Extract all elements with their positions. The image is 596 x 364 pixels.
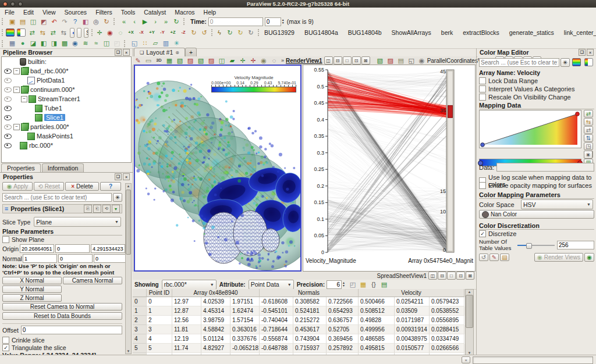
threshold-icon[interactable]: ◨ [49,38,59,48]
restore-defaults-icon[interactable]: ↺ [479,254,488,261]
visibility-eye-icon[interactable] [4,106,12,111]
color-array-combo[interactable]: ● Velocity▼ [70,28,74,38]
visibility-eye-icon[interactable] [4,134,12,139]
visibility-eye-icon[interactable] [4,78,12,83]
pipeline-tree[interactable]: builtin:−bad_rbc.000*PlotData1−continuum… [1,56,132,163]
color-space-combo[interactable]: HSV▼ [521,199,593,209]
expander-icon[interactable]: − [13,68,20,74]
pipeline-item-maskpoints1[interactable]: MaskPoints1 [2,131,131,141]
normal-y-field[interactable] [58,254,93,263]
pc-deselect-icon[interactable]: ▨ [385,56,396,66]
precision-spinner[interactable]: ▲▼ [342,281,345,287]
properties-search-input[interactable] [2,193,112,202]
lock-data-range-checkbox[interactable] [479,77,486,84]
time-spinner[interactable]: ▲▼ [282,19,285,24]
find-data-icon[interactable]: ◎ [91,17,101,27]
table-row[interactable]: 0012.974.025391.97151-0.6186080.3085820.… [133,297,465,306]
rescale-to-custom-range-icon[interactable]: ⇆ [37,28,48,38]
color-legend-icon[interactable] [17,28,26,37]
last-frame-icon[interactable]: » [161,17,171,27]
warp-by-vector-icon[interactable]: ≈ [91,38,101,48]
y-normal-button[interactable]: Y Normal [2,286,62,293]
column-visibility-icon[interactable]: ▦ [358,280,368,290]
spreadsheet-table[interactable]: Point IDArray 0x48e8940NormalsVelocity 0… [133,289,466,355]
render-view[interactable]: Velocity Magnitude 0.000e+000.140.290.43… [134,65,301,272]
export-spreadsheet-icon[interactable]: ▤ [379,280,389,290]
rescale-temporal-icon[interactable]: ⇄ [584,126,593,134]
show-colormap-panel-icon[interactable] [572,58,581,66]
macro-button[interactable]: ShowAllArrays [391,29,432,36]
split-horizontal-icon[interactable]: ◫ [428,272,437,280]
parallel-coordinates-plot[interactable]: 00.050.10.150.20.250.30.350.40.450.50.55… [303,65,475,271]
edit-color-map-icon[interactable] [6,28,15,37]
paste-properties-icon[interactable]: ⎗ [93,205,101,213]
pipeline-item-rbc-000[interactable]: rbc.000* [2,141,131,150]
split-horizontal-icon[interactable]: ◫ [324,56,333,65]
redo-icon[interactable]: ↷ [59,17,70,27]
menu-view[interactable]: View [42,9,56,16]
pipeline-item-builtin[interactable]: builtin: [2,57,131,66]
macro-button[interactable]: berk [440,29,454,36]
histogram-icon[interactable]: ▥ [161,38,171,48]
menu-tools[interactable]: Tools [121,9,136,16]
edit-values-icon[interactable]: ✎ [489,254,499,261]
split-vertical-icon[interactable]: ⊟ [334,56,342,65]
table-row[interactable]: 5511.744.82927-0.0652181-0.6487880.71593… [133,344,465,353]
maximize-view-icon[interactable]: □ [343,56,352,65]
rescale-to-data-range-icon[interactable]: ⇄ [27,28,37,38]
reset-session-icon[interactable]: ↻ [101,17,112,27]
pick-center-icon[interactable]: ◌ [115,28,126,38]
nan-color-button[interactable]: Nan Color [479,210,594,219]
loop-icon[interactable]: ↻ [171,17,182,27]
edit-view-options-icon[interactable]: ✎ [133,56,143,66]
show-center-icon[interactable]: ◉ [105,28,115,38]
visibility-eye-icon[interactable] [4,69,12,74]
parallel-coordinates-view[interactable]: 00.050.10.150.20.250.30.350.40.450.50.55… [303,65,476,272]
choose-box-icon[interactable]: ◳ [584,142,593,150]
search-options-icon[interactable]: ✳ [560,58,570,67]
select-points-polygon-icon[interactable]: ▨ [206,56,217,66]
discretize-checkbox[interactable]: ✓ [479,230,486,237]
visibility-eye-icon[interactable] [4,115,12,120]
set-view-minus-z-icon[interactable]: -Z [178,28,189,38]
menu-macros[interactable]: Macros [175,9,194,16]
macro-button[interactable]: generate_statics [508,29,555,36]
play-test-icon[interactable]: ↻ [235,28,246,38]
table-row[interactable]: 2212.563.987591.57154-0.7404040.2152720.… [133,316,465,325]
expander-icon[interactable]: − [13,124,20,130]
tab-properties[interactable]: Properties [1,163,41,172]
interactive-select-cells-icon[interactable]: ✛ [237,56,248,66]
table-row[interactable]: 4412.195.011240.337676-0.5568740.7439040… [133,334,465,344]
colormap-search-input[interactable] [479,58,559,67]
table-row[interactable]: 1112.874.453141.62474-0.5451010.5241810.… [133,306,465,316]
menu-sources[interactable]: Sources [65,9,87,16]
pipeline-item-particles-000[interactable]: −particles.000* [2,122,131,131]
origin-y-field[interactable] [55,244,90,253]
restore-view-icon[interactable]: ⊡ [456,272,465,280]
set-view-plus-z-icon[interactable]: +Z [168,28,178,38]
close-icon[interactable]: × [587,49,594,56]
copy-properties-icon[interactable]: ⎘ [84,205,92,213]
x-normal-button[interactable]: X Normal [2,277,62,284]
undock-icon[interactable]: ❏ [115,173,122,180]
representation-combo[interactable]: Surface▼ [84,28,88,38]
select-show-icon[interactable]: ◰ [347,280,358,290]
play-icon[interactable]: ▶ [140,17,150,27]
expander-icon[interactable]: − [13,87,20,93]
visibility-eye-icon[interactable] [4,87,12,92]
tab-information[interactable]: Information [42,163,84,172]
slice-type-combo[interactable]: Plane▼ [34,217,121,227]
rescale-to-temporal-range-icon[interactable]: ⇄ [48,28,58,38]
visibility-eye-icon[interactable] [4,143,12,148]
close-icon[interactable]: × [123,173,130,180]
save-as-defaults-icon[interactable]: ▤ [500,254,509,261]
origin-z-field[interactable] [91,244,125,253]
select-frustum-icon[interactable]: ▰ [227,56,237,66]
menu-edit[interactable]: Edit [23,9,34,16]
undock-icon[interactable]: ❏ [115,49,122,56]
zoom-box-icon[interactable]: ◌ [269,56,279,66]
invert-transfer-icon[interactable]: ⇅ [584,134,593,142]
time-index-input[interactable] [265,17,281,26]
pc-export-icon[interactable]: ◱ [406,56,417,66]
first-frame-icon[interactable]: « [119,17,129,27]
